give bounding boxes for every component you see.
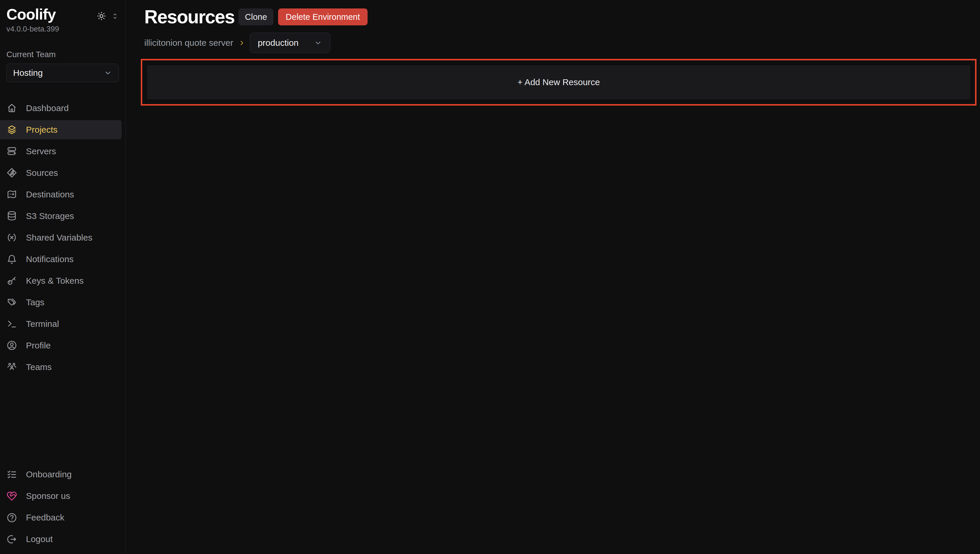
page-title: Resources (144, 8, 234, 26)
sidebar-item-label: Notifications (26, 254, 73, 264)
sidebar-item-projects[interactable]: Projects (0, 120, 122, 139)
heart-hands-icon (6, 491, 17, 501)
sidebar-item-label: Sources (26, 168, 58, 178)
variable-icon (6, 232, 17, 243)
app-logo: Coolify (6, 6, 56, 22)
theme-sun-icon[interactable] (97, 11, 107, 21)
help-circle-icon (6, 512, 17, 523)
server-bolt-icon (6, 146, 17, 157)
sidebar-item-feedback[interactable]: Feedback (0, 508, 122, 527)
sidebar-item-label: Terminal (26, 319, 59, 329)
sidebar-item-label: S3 Storages (26, 211, 74, 221)
sidebar-item-label: Teams (26, 362, 52, 372)
key-icon (6, 275, 17, 286)
users-group-icon (6, 361, 17, 373)
sidebar-item-teams[interactable]: Teams (0, 358, 122, 377)
sidebar-item-profile[interactable]: Profile (0, 336, 122, 355)
sidebar-item-s3-storages[interactable]: S3 Storages (0, 207, 122, 226)
sidebar: Coolify v4.0.0-beta.399 Current Team (0, 0, 126, 554)
sidebar-footer-nav: Onboarding Sponsor us Feedback (0, 465, 125, 551)
chevron-down-icon (103, 68, 112, 77)
team-select[interactable]: Hosting (6, 64, 119, 82)
sidebar-item-sources[interactable]: Sources (0, 163, 122, 183)
environment-select[interactable]: production (250, 33, 330, 53)
breadcrumb-project-link[interactable]: illicitonion quote server (144, 38, 233, 48)
delete-environment-button[interactable]: Delete Environment (278, 8, 368, 25)
sidebar-item-logout[interactable]: Logout (0, 530, 122, 549)
sidebar-item-label: Feedback (26, 513, 64, 522)
sidebar-item-keys-tokens[interactable]: Keys & Tokens (0, 271, 122, 290)
terminal-icon (6, 318, 17, 329)
add-new-resource-button[interactable]: + Add New Resource (146, 64, 971, 100)
tags-icon (6, 297, 17, 307)
unfold-vertical-icon[interactable] (111, 12, 119, 20)
sidebar-nav: Dashboard Projects Servers (0, 99, 125, 379)
list-checks-icon (6, 469, 17, 480)
home-icon (6, 103, 17, 113)
sidebar-item-destinations[interactable]: Destinations (0, 185, 122, 204)
sidebar-item-terminal[interactable]: Terminal (0, 314, 122, 334)
team-select-value: Hosting (13, 68, 43, 78)
coolify-app: Coolify v4.0.0-beta.399 Current Team (0, 0, 980, 554)
sidebar-item-label: Projects (26, 125, 57, 135)
sidebar-item-label: Profile (26, 341, 51, 350)
sidebar-item-notifications[interactable]: Notifications (0, 250, 122, 269)
git-diamond-icon (6, 167, 17, 178)
user-circle-icon (6, 340, 17, 351)
sidebar-item-label: Dashboard (26, 103, 69, 113)
theme-controls (97, 11, 119, 21)
sidebar-item-dashboard[interactable]: Dashboard (0, 99, 122, 118)
current-team-label: Current Team (0, 50, 125, 59)
sidebar-item-onboarding[interactable]: Onboarding (0, 465, 122, 484)
sidebar-item-sponsor-us[interactable]: Sponsor us (0, 486, 122, 506)
sidebar-item-servers[interactable]: Servers (0, 142, 122, 161)
page-header: Resources Clone Delete Environment (144, 8, 977, 26)
chevron-down-icon (313, 38, 322, 47)
sidebar-item-tags[interactable]: Tags (0, 293, 122, 312)
layers-icon (6, 124, 17, 135)
sidebar-item-label: Tags (26, 298, 44, 307)
sidebar-item-label: Keys & Tokens (26, 276, 84, 286)
sidebar-item-shared-variables[interactable]: Shared Variables (0, 228, 122, 247)
map-icon (6, 189, 17, 200)
chevron-right-icon (238, 39, 246, 47)
database-icon (6, 210, 17, 221)
main-content: Resources Clone Delete Environment illic… (126, 0, 980, 554)
clone-button[interactable]: Clone (239, 8, 274, 25)
logout-icon (6, 534, 17, 544)
bell-icon (6, 254, 17, 264)
sidebar-item-label: Onboarding (26, 470, 72, 479)
sidebar-item-label: Sponsor us (26, 491, 70, 501)
sidebar-item-label: Servers (26, 146, 56, 156)
annotation-highlight-box: + Add New Resource (141, 59, 977, 105)
breadcrumb: illicitonion quote server production (144, 33, 977, 53)
sidebar-item-label: Shared Variables (26, 233, 92, 243)
app-version: v4.0.0-beta.399 (0, 24, 125, 33)
sidebar-header: Coolify (0, 6, 125, 22)
environment-select-value: production (258, 38, 299, 48)
sidebar-item-label: Destinations (26, 189, 74, 199)
sidebar-item-label: Logout (26, 534, 53, 544)
